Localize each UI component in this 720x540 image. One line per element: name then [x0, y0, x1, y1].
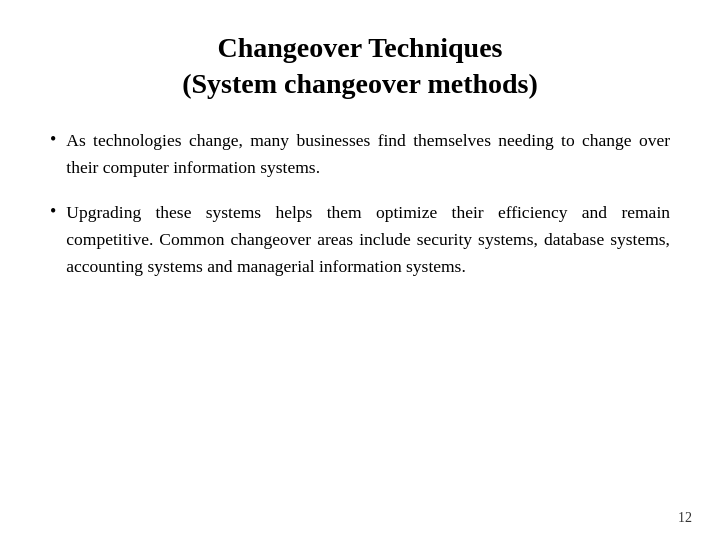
page-number: 12 [678, 510, 692, 526]
bullet-text-2: Upgrading these systems helps them optim… [66, 199, 670, 280]
bullet-item-2: • Upgrading these systems helps them opt… [50, 199, 670, 280]
content-block: • As technologies change, many businesse… [40, 127, 680, 510]
bullet-text-1: As technologies change, many businesses … [66, 127, 670, 181]
bullet-item-1: • As technologies change, many businesse… [50, 127, 670, 181]
title-line-1: Changeover Techniques [40, 30, 680, 66]
title-line-2: (System changeover methods) [40, 66, 680, 102]
title-block: Changeover Techniques (System changeover… [40, 30, 680, 103]
bullet-dot-2: • [50, 201, 56, 222]
slide-container: Changeover Techniques (System changeover… [0, 0, 720, 540]
bullet-dot-1: • [50, 129, 56, 150]
